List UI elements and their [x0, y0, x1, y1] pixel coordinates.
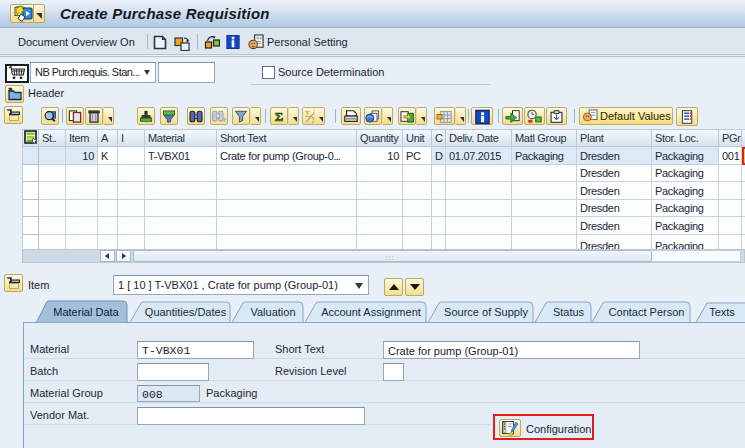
svg-text:Material Data: Material Data: [53, 306, 119, 318]
svg-text:Status: Status: [553, 306, 585, 318]
svg-text:Contact Person: Contact Person: [609, 306, 685, 318]
svg-text:Source of Supply: Source of Supply: [444, 306, 528, 318]
svg-text:Σ: Σ: [275, 110, 283, 124]
svg-text:Quantities/Dates: Quantities/Dates: [145, 306, 227, 318]
svg-text:Valuation: Valuation: [250, 306, 295, 318]
svg-text:Account Assignment: Account Assignment: [321, 306, 421, 318]
svg-text:Texts: Texts: [709, 306, 735, 318]
